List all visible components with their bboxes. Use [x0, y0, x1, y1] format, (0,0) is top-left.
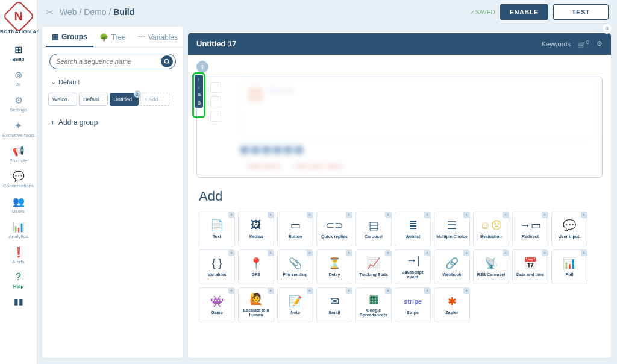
- add-card-quick-replies[interactable]: +⊂⊃Quick replies: [316, 212, 352, 246]
- card-label: Variables: [207, 272, 228, 277]
- nav-help[interactable]: ?Help: [0, 268, 37, 293]
- card-icon: ☺☹: [480, 219, 502, 232]
- default-group-header[interactable]: ⌄ Default: [42, 75, 183, 88]
- card-icon: 📝: [289, 295, 302, 308]
- add-card-redirect[interactable]: +→▭Redirect: [512, 212, 548, 246]
- saved-indicator: ✓SAVED: [470, 9, 495, 16]
- nav-conversations[interactable]: 💬Conversations: [0, 167, 37, 192]
- card-label: Button: [287, 234, 304, 239]
- nav-settings[interactable]: ⚙Settings: [0, 91, 37, 116]
- tab-variables[interactable]: 〰 Variables: [132, 27, 184, 47]
- add-card-carousel[interactable]: +▤Carousel: [355, 212, 392, 246]
- add-card-stripe[interactable]: +stripeStripe: [395, 287, 431, 322]
- test-button[interactable]: TEST: [553, 4, 609, 20]
- sequence-chip[interactable]: Defaul...: [79, 93, 108, 106]
- add-card-email[interactable]: +✉Email: [316, 287, 352, 322]
- add-element-top-button[interactable]: +: [196, 61, 208, 73]
- card-icon: stripe: [404, 295, 422, 308]
- sequence-chip[interactable]: Untitled...2: [110, 93, 139, 106]
- add-card-webhook[interactable]: +🔗Webhook: [434, 249, 470, 284]
- nav-users[interactable]: 👥Users: [0, 192, 37, 218]
- sequence-chip[interactable]: + Add a...: [140, 93, 169, 106]
- add-card-user-input-[interactable]: +💬User input.: [551, 212, 587, 246]
- add-card-game[interactable]: +👾Game: [199, 287, 235, 322]
- add-card-google-spreadsheets[interactable]: +▦Google Spreadsheets: [355, 287, 392, 322]
- add-card-escalate-to-a-human[interactable]: +🙋Escalate to a human: [238, 287, 274, 322]
- nav-promote[interactable]: 📢Promote: [0, 142, 37, 167]
- svg-point-0: [164, 59, 168, 63]
- add-card-note[interactable]: +📝Note: [277, 287, 313, 322]
- corner-plus-icon: +: [463, 288, 469, 294]
- nav-analytics[interactable]: 📊Analytics: [0, 218, 37, 243]
- card-label: Tracking Stats: [358, 272, 389, 277]
- add-card-delay[interactable]: +⏳Delay: [316, 249, 352, 284]
- nav-exclusive-tools[interactable]: ✦Exclusive tools: [0, 116, 37, 142]
- corner-plus-icon: +: [424, 250, 430, 256]
- corner-plus-icon: +: [268, 250, 274, 256]
- card-label: Weblist: [404, 234, 422, 239]
- add-card-text[interactable]: +📄Text: [199, 212, 235, 246]
- tab-tree[interactable]: 🌳 Tree: [93, 27, 132, 47]
- add-card-variables[interactable]: +{ }Variables: [199, 249, 235, 284]
- corner-plus-icon: +: [346, 288, 352, 294]
- corner-plus-icon: +: [424, 212, 430, 218]
- enable-button[interactable]: ENABLE: [500, 4, 548, 20]
- add-card-weblist[interactable]: +≣Weblist: [395, 212, 431, 246]
- nav-build[interactable]: ⊞Build: [0, 40, 37, 66]
- plus-icon: +: [51, 118, 55, 127]
- corner-plus-icon: +: [268, 212, 274, 218]
- card-label: Email: [328, 310, 342, 315]
- add-card-tracking-stats[interactable]: +📈Tracking Stats: [355, 249, 392, 284]
- crumb-web[interactable]: Web: [60, 7, 77, 17]
- add-card-file-sending[interactable]: +📎File sending: [277, 249, 313, 284]
- add-card-javascript-event[interactable]: +→|Javascript event: [395, 249, 431, 284]
- tab-groups[interactable]: ▦ Groups: [46, 27, 93, 47]
- sequences-panel: ▦ Groups 🌳 Tree 〰 Variables ⌄ Default We…: [42, 27, 183, 358]
- card-label: Evaluation: [479, 234, 503, 239]
- highlight-box: [192, 72, 205, 118]
- card-label: Date and time: [515, 272, 545, 277]
- add-card-button[interactable]: +▭Button: [277, 212, 313, 246]
- search-button[interactable]: [161, 55, 173, 67]
- nav-alerts[interactable]: ❗Alerts: [0, 243, 37, 268]
- card-label: Delay: [328, 272, 342, 277]
- add-card-multiple-choice[interactable]: +☰Multiple Choice: [434, 212, 470, 246]
- keywords-link[interactable]: Keywords: [542, 40, 571, 48]
- card-label: Game: [210, 310, 224, 315]
- add-card-evaluation[interactable]: +☺☹Evaluation: [473, 212, 509, 246]
- cart-icon[interactable]: 🛒0: [578, 39, 589, 49]
- notification-badge[interactable]: 0: [601, 23, 612, 34]
- svg-line-1: [168, 62, 169, 63]
- add-group-button[interactable]: + Add a group: [42, 111, 183, 134]
- card-icon: ≣: [409, 219, 418, 232]
- card-icon: 📈: [367, 257, 380, 270]
- add-card-medias[interactable]: +🖼Medias: [238, 212, 274, 246]
- add-card-poll[interactable]: +📊Poll: [551, 249, 587, 284]
- add-card-date-and-time[interactable]: +📅Date and time: [512, 249, 548, 284]
- search-input[interactable]: [56, 58, 161, 65]
- nav-ai[interactable]: ⊚AI: [0, 66, 37, 91]
- corner-plus-icon: +: [228, 250, 234, 256]
- card-icon: ⊂⊃: [325, 219, 343, 232]
- chevron-down-icon: ⌄: [51, 78, 56, 86]
- add-card-zapier[interactable]: +✱Zapier: [434, 287, 470, 322]
- add-card-gps[interactable]: +📍GPS: [238, 249, 274, 284]
- card-label: User input.: [557, 234, 582, 239]
- card-icon: 📊: [563, 257, 576, 270]
- crumb-demo[interactable]: Demo: [84, 7, 106, 17]
- blurred-content: Enter text + Add buttons+ Add quick repl…: [210, 80, 596, 171]
- add-card-rss-carousel[interactable]: +📡RSS Carousel: [473, 249, 509, 284]
- card-icon: 🙋: [249, 292, 263, 306]
- corner-plus-icon: +: [346, 212, 352, 218]
- sequence-chip[interactable]: Welcom...: [48, 93, 77, 106]
- corner-plus-icon: +: [268, 288, 274, 294]
- gear-icon[interactable]: ⚙: [597, 40, 603, 48]
- card-icon: ⏳: [328, 257, 341, 270]
- corner-plus-icon: +: [385, 288, 391, 294]
- nav-extra[interactable]: ▮▮: [0, 293, 37, 310]
- card-label: Webhook: [441, 272, 462, 277]
- card-icon: ☰: [447, 219, 457, 232]
- sequence-header: Untitled 17 Keywords 🛒0 ⚙: [188, 33, 611, 55]
- corner-plus-icon: +: [463, 212, 469, 218]
- card-icon: 📍: [249, 257, 263, 270]
